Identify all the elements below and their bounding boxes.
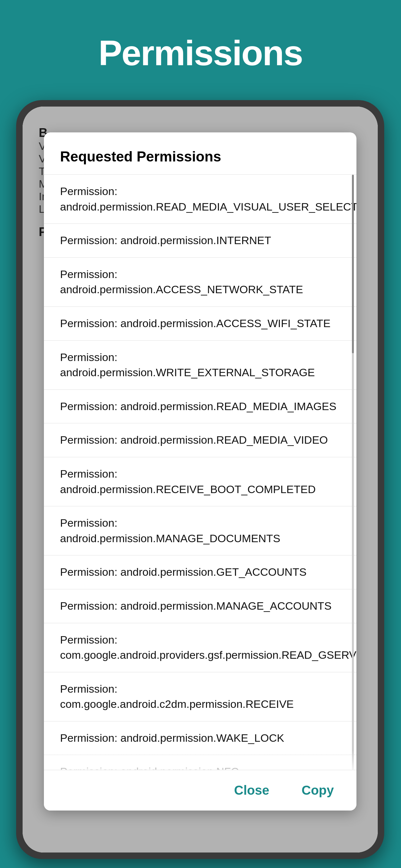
list-item: Permission: android.permission.ACCESS_NE… — [44, 258, 357, 307]
phone-mockup: B V V T M In L P Requested Permissions — [16, 100, 384, 859]
copy-button[interactable]: Copy — [295, 780, 340, 801]
permissions-dialog: Requested Permissions Permission: androi… — [44, 132, 357, 810]
list-item: Permission: com.google.android.providers… — [44, 623, 357, 672]
list-item: Permission: android.permission.MANAGE_DO… — [44, 506, 357, 555]
scrollbar[interactable] — [352, 175, 354, 770]
list-item: Permission: android.permission.READ_MEDI… — [44, 175, 357, 224]
list-item: Permission: android.permission.RECEIVE_B… — [44, 457, 357, 506]
phone-screen: B V V T M In L P Requested Permissions — [23, 106, 378, 852]
dialog-actions: Close Copy — [44, 770, 357, 810]
list-item: Permission: android.permission.NFC — [44, 755, 357, 770]
list-item: Permission: android.permission.READ_MEDI… — [44, 423, 357, 457]
list-item: Permission: android.permission.READ_MEDI… — [44, 390, 357, 424]
permissions-list[interactable]: Permission: android.permission.READ_MEDI… — [44, 175, 357, 770]
list-item: Permission: android.permission.INTERNET — [44, 224, 357, 258]
page-title: Permissions — [0, 0, 401, 93]
list-item: Permission: android.permission.WAKE_LOCK — [44, 721, 357, 755]
list-item: Permission: android.permission.WRITE_EXT… — [44, 341, 357, 390]
list-item: Permission: android.permission.ACCESS_WI… — [44, 307, 357, 341]
list-item: Permission: com.google.android.c2dm.perm… — [44, 672, 357, 721]
dialog-title: Requested Permissions — [44, 132, 357, 175]
list-item: Permission: android.permission.MANAGE_AC… — [44, 589, 357, 623]
scrollbar-thumb[interactable] — [352, 175, 354, 353]
close-button[interactable]: Close — [227, 780, 276, 801]
list-item: Permission: android.permission.GET_ACCOU… — [44, 555, 357, 589]
dialog-overlay: Requested Permissions Permission: androi… — [23, 106, 378, 852]
